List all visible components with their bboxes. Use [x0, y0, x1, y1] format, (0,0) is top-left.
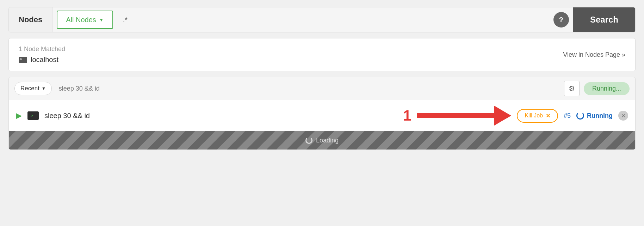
terminal-icon: >_	[27, 111, 39, 120]
job-command: sleep 30 && id	[44, 112, 90, 120]
search-bar: Nodes All Nodes ▼ ? Search	[8, 7, 636, 32]
all-nodes-dropdown[interactable]: All Nodes ▼	[57, 11, 113, 29]
gear-icon: ⚙	[569, 84, 575, 93]
big-arrow	[417, 106, 511, 126]
node-matched-count: 1 Node Matched	[19, 45, 65, 53]
node-name-row: localhost	[19, 56, 65, 64]
all-nodes-label: All Nodes	[66, 16, 96, 24]
search-button[interactable]: Search	[573, 7, 635, 32]
running-label: Running	[587, 112, 613, 120]
kill-job-button[interactable]: Kill Job ✕	[517, 109, 558, 123]
gear-button[interactable]: ⚙	[564, 81, 580, 96]
command-section: Recent ▼ sleep 30 && id ⚙ Running... ▶ >…	[8, 77, 636, 150]
help-icon: ?	[559, 16, 563, 24]
arrow-container	[417, 106, 511, 126]
job-number-link[interactable]: #5	[564, 112, 571, 120]
play-icon: ▶	[16, 111, 22, 120]
loading-text: Loading	[316, 137, 339, 144]
search-input[interactable]	[117, 16, 553, 24]
close-job-button[interactable]: ✕	[618, 111, 628, 121]
running-status: Running	[576, 112, 613, 120]
loading-bar: Loading	[9, 131, 635, 149]
running-spinner-icon	[576, 112, 584, 120]
server-icon	[19, 57, 27, 63]
kill-job-x-icon: ✕	[546, 112, 550, 119]
number-badge: 1	[403, 107, 411, 124]
recent-dropdown[interactable]: Recent ▼	[14, 82, 52, 95]
arrow-shaft	[417, 113, 494, 118]
loading-spinner-icon	[305, 137, 312, 144]
node-name: localhost	[31, 56, 58, 64]
kill-job-label: Kill Job	[525, 112, 543, 119]
view-nodes-page-link[interactable]: View in Nodes Page »	[563, 51, 625, 59]
chevron-down-icon: ▼	[99, 17, 104, 23]
command-bar: Recent ▼ sleep 30 && id ⚙ Running...	[9, 77, 635, 100]
close-icon: ✕	[621, 112, 626, 119]
job-row: ▶ >_ sleep 30 && id 1 Kill Job ✕ #5	[9, 100, 635, 131]
node-matched-info: 1 Node Matched localhost	[19, 45, 65, 64]
arrow-head	[494, 106, 511, 126]
running-button[interactable]: Running...	[584, 82, 630, 95]
node-matched-section: 1 Node Matched localhost View in Nodes P…	[8, 38, 636, 71]
page-container: Nodes All Nodes ▼ ? Search 1 Node Matche…	[8, 7, 636, 150]
recent-chevron-icon: ▼	[42, 86, 46, 91]
help-button[interactable]: ?	[553, 12, 569, 28]
recent-label: Recent	[20, 85, 39, 92]
command-display: sleep 30 && id	[56, 85, 560, 92]
nodes-label: Nodes	[9, 7, 52, 32]
